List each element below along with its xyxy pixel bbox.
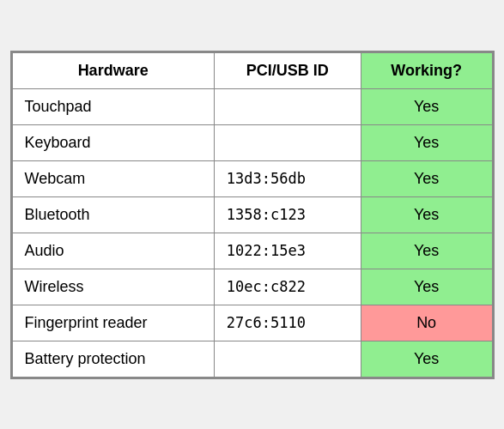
cell-pci-usb-id: 1022:15e3 (214, 233, 361, 269)
header-pci-usb-id: PCI/USB ID (214, 52, 361, 88)
cell-hardware: Webcam (12, 160, 214, 196)
cell-hardware: Touchpad (12, 88, 214, 124)
table-row: Wireless10ec:c822Yes (12, 269, 492, 305)
hardware-table: Hardware PCI/USB ID Working? TouchpadYes… (12, 52, 493, 378)
cell-working: Yes (361, 124, 492, 160)
cell-pci-usb-id (214, 88, 361, 124)
cell-working: Yes (361, 341, 492, 377)
cell-pci-usb-id: 1358:c123 (214, 196, 361, 233)
cell-working: Yes (361, 233, 492, 269)
table-row: TouchpadYes (12, 88, 492, 124)
cell-working: Yes (361, 196, 492, 233)
cell-hardware: Bluetooth (12, 196, 214, 233)
hardware-table-container: Hardware PCI/USB ID Working? TouchpadYes… (10, 51, 495, 379)
cell-working: No (361, 305, 492, 341)
cell-pci-usb-id (214, 341, 361, 377)
cell-hardware: Battery protection (12, 341, 214, 377)
table-row: KeyboardYes (12, 124, 492, 160)
table-row: Battery protectionYes (12, 341, 492, 377)
table-row: Fingerprint reader27c6:5110No (12, 305, 492, 341)
cell-pci-usb-id: 10ec:c822 (214, 269, 361, 305)
cell-working: Yes (361, 269, 492, 305)
cell-working: Yes (361, 160, 492, 196)
table-row: Bluetooth1358:c123Yes (12, 196, 492, 233)
cell-hardware: Audio (12, 233, 214, 269)
table-row: Audio1022:15e3Yes (12, 233, 492, 269)
cell-working: Yes (361, 88, 492, 124)
cell-hardware: Wireless (12, 269, 214, 305)
cell-pci-usb-id (214, 124, 361, 160)
header-hardware: Hardware (12, 52, 214, 88)
cell-hardware: Keyboard (12, 124, 214, 160)
cell-pci-usb-id: 27c6:5110 (214, 305, 361, 341)
table-row: Webcam13d3:56dbYes (12, 160, 492, 196)
cell-hardware: Fingerprint reader (12, 305, 214, 341)
header-working: Working? (361, 52, 492, 88)
cell-pci-usb-id: 13d3:56db (214, 160, 361, 196)
table-header-row: Hardware PCI/USB ID Working? (12, 52, 492, 88)
